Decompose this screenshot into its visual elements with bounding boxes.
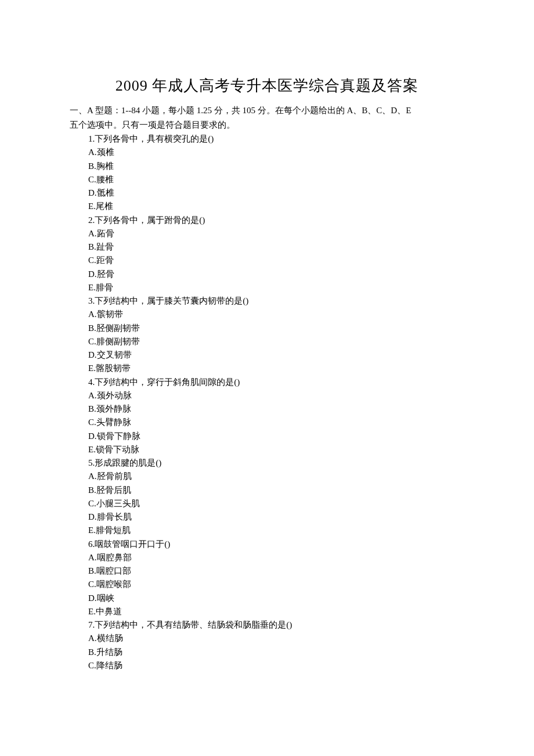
question-option: E.腓骨 — [88, 281, 464, 294]
question-option: A.跖骨 — [88, 227, 464, 240]
question-option: E.锁骨下动脉 — [88, 443, 464, 456]
question-option: C.腰椎 — [88, 173, 464, 186]
question-option: B.胫骨后肌 — [88, 484, 464, 497]
question-option: A.颈椎 — [88, 146, 464, 159]
question-option: B.胫侧副韧带 — [88, 322, 464, 335]
document-title: 2009 年成人高考专升本医学综合真题及答案 — [70, 75, 464, 96]
question-option: D.胫骨 — [88, 268, 464, 281]
question-stem: 6.咽鼓管咽口开口于() — [88, 538, 464, 551]
question-option: C.腓侧副韧带 — [88, 335, 464, 348]
questions-container: 1.下列各骨中，具有横突孔的是()A.颈椎B.胸椎C.腰椎D.骶椎E.尾椎2.下… — [70, 132, 464, 672]
instruction-line-1: 一、A 型题：1--84 小题，每小题 1.25 分，共 105 分。在每个小题… — [70, 104, 464, 117]
question-stem: 1.下列各骨中，具有横突孔的是() — [88, 132, 464, 146]
question-option: B.胸椎 — [88, 160, 464, 173]
question-option: B.趾骨 — [88, 240, 464, 254]
question-stem: 5.形成跟腱的肌是() — [88, 456, 464, 470]
question-option: C.头臂静脉 — [88, 416, 464, 429]
question-option: E.尾椎 — [88, 200, 464, 213]
question-option: D.锁骨下静脉 — [88, 430, 464, 443]
question-option: D.腓骨长肌 — [88, 510, 464, 524]
question-stem: 7.下列结构中，不具有结肠带、结肠袋和肠脂垂的是() — [88, 618, 464, 632]
question-option: C.咽腔喉部 — [88, 578, 464, 591]
question-option: E.髂股韧带 — [88, 362, 464, 375]
instruction-line-2: 五个选项中。只有一项是符合题目要求的。 — [70, 118, 464, 132]
question-option: C.小腿三头肌 — [88, 497, 464, 510]
question-stem: 4.下列结构中，穿行于斜角肌间隙的是() — [88, 376, 464, 389]
question-option: E.中鼻道 — [88, 605, 464, 618]
question-option: A.髌韧带 — [88, 308, 464, 321]
question-stem: 2.下列各骨中，属于跗骨的是() — [88, 214, 464, 227]
question-option: A.颈外动脉 — [88, 389, 464, 402]
document-page: 2009 年成人高考专升本医学综合真题及答案 一、A 型题：1--84 小题，每… — [0, 0, 534, 756]
question-option: D.骶椎 — [88, 186, 464, 200]
question-option: A.横结肠 — [88, 632, 464, 645]
question-stem: 3.下列结构中，属于膝关节囊内韧带的是() — [88, 294, 464, 308]
question-option: C.距骨 — [88, 254, 464, 267]
question-option: B.颈外静脉 — [88, 402, 464, 416]
question-option: D.咽峡 — [88, 592, 464, 605]
question-option: A.咽腔鼻部 — [88, 551, 464, 564]
question-option: B.咽腔口部 — [88, 564, 464, 578]
question-option: C.降结肠 — [88, 659, 464, 672]
question-option: E.腓骨短肌 — [88, 524, 464, 537]
question-option: D.交叉韧带 — [88, 348, 464, 362]
question-option: A.胫骨前肌 — [88, 470, 464, 483]
question-option: B.升结肠 — [88, 646, 464, 659]
